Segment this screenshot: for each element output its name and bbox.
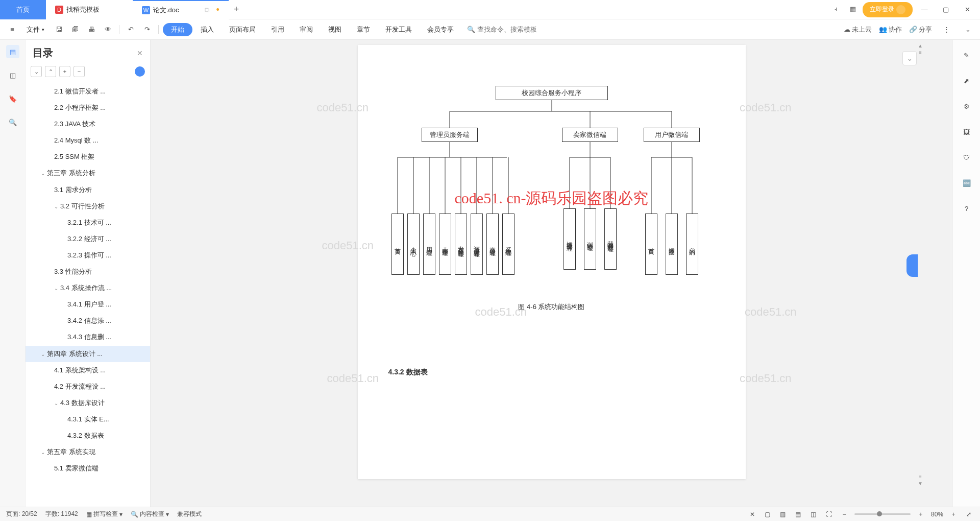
toc-collapse-icon[interactable]: ⌄ — [31, 66, 42, 77]
scroll-down-icon[interactable]: ▼ — [918, 481, 923, 486]
save-as-icon[interactable]: 🗐 — [68, 22, 82, 37]
search-input[interactable] — [477, 26, 549, 33]
zoom-in-icon[interactable]: + — [916, 511, 926, 518]
compat-mode[interactable]: 兼容模式 — [177, 510, 202, 518]
toc-item[interactable]: 4.1 系统架构设 ... — [26, 362, 150, 378]
toc-item[interactable]: 3.2.3 操作可 ... — [26, 247, 150, 264]
image-icon[interactable]: 🖼 — [961, 126, 973, 138]
view-page-icon[interactable]: ▢ — [763, 511, 773, 518]
view-read-icon[interactable]: ◫ — [808, 511, 819, 518]
toc-add-icon[interactable]: + — [59, 66, 70, 77]
toc-item[interactable]: 4.3.2 数据表 — [26, 428, 150, 444]
translate-icon[interactable]: 🔤 — [961, 177, 973, 189]
ribbon-tab[interactable]: 审阅 — [292, 19, 320, 40]
share-button[interactable]: 🔗 分享 — [909, 25, 932, 34]
scroll-up-icon[interactable]: ▲ — [918, 43, 923, 49]
toc-item[interactable]: 2.1 微信开发者 ... — [26, 83, 150, 100]
collab-button[interactable]: 👥 协作 — [879, 25, 902, 34]
toc-item[interactable]: 3.1 需求分析 — [26, 182, 150, 198]
zoom-out-icon[interactable]: − — [839, 511, 849, 518]
panel-toggle-icon[interactable]: ⌄ — [902, 51, 917, 65]
toc-item[interactable]: 2.2 小程序框架 ... — [26, 100, 150, 116]
toc-item[interactable]: ⌄第三章 系统分析 — [26, 165, 150, 181]
add-page-icon[interactable]: + — [948, 511, 959, 518]
minimize-button[interactable]: — — [915, 2, 934, 17]
ai-assistant-button[interactable] — [906, 254, 918, 277]
tab-templates[interactable]: D 找稻壳模板 — [46, 0, 133, 19]
redo-icon[interactable]: ↷ — [140, 22, 154, 37]
zoom-value[interactable]: 80% — [931, 511, 943, 518]
toc-item[interactable]: ⌄3.2 可行性分析 — [26, 198, 150, 215]
toc-list[interactable]: 2.1 微信开发者 ...2.2 小程序框架 ...2.3 JAVA 技术2.4… — [26, 81, 150, 507]
new-tab-button[interactable]: + — [229, 4, 244, 15]
toc-item[interactable]: 4.2 开发流程设 ... — [26, 378, 150, 395]
scroll-grip-icon[interactable]: ≡ — [919, 474, 922, 480]
toc-item[interactable]: ⌄3.4 系统操作流 ... — [26, 280, 150, 296]
zoom-slider[interactable] — [854, 513, 911, 515]
content-check-button[interactable]: 🔍 内容检查 ▾ — [131, 510, 169, 518]
toc-item[interactable]: 4.3.1 实体 E... — [26, 411, 150, 428]
command-search[interactable]: 🔍 — [467, 26, 549, 33]
close-button[interactable]: ✕ — [958, 2, 977, 17]
toc-item[interactable]: 3.4.3 信息删 ... — [26, 329, 150, 345]
tab-home[interactable]: 首页 — [0, 0, 46, 19]
display-icon[interactable]: ⧉ — [205, 6, 209, 14]
ribbon-tab[interactable]: 会员专享 — [420, 19, 461, 40]
bookmark-icon[interactable]: 🔖 — [6, 92, 19, 105]
settings-icon[interactable]: ⚙ — [961, 100, 973, 112]
toc-badge-icon[interactable] — [135, 66, 145, 77]
ribbon-tab[interactable]: 引用 — [264, 19, 291, 40]
structure-icon[interactable]: ◫ — [6, 68, 19, 82]
tab-document[interactable]: W 论文.doc ⧉ • — [133, 0, 229, 19]
more-icon[interactable]: ⋮ — [939, 22, 953, 37]
scroll-grip-icon[interactable]: ≡ — [919, 50, 922, 55]
help-icon[interactable]: ? — [961, 202, 973, 215]
file-menu[interactable]: 文件▾ — [21, 25, 50, 34]
apps-icon[interactable]: ▦ — [845, 2, 861, 16]
expand-icon[interactable]: ⤢ — [964, 511, 974, 518]
ribbon-tab[interactable]: 视图 — [321, 19, 349, 40]
ribbon-tab[interactable]: 开始 — [163, 23, 192, 36]
search-side-icon[interactable]: 🔍 — [6, 115, 19, 129]
toc-item[interactable]: ⌄第四章 系统设计 ... — [26, 346, 150, 362]
maximize-button[interactable]: ▢ — [936, 2, 955, 17]
preview-icon[interactable]: 👁 — [101, 22, 115, 37]
toc-item[interactable]: ⌄4.3 数据库设计 — [26, 395, 150, 411]
toc-item[interactable]: 2.4 Mysql 数 ... — [26, 132, 150, 149]
ribbon-tab[interactable]: 开发工具 — [378, 19, 419, 40]
toc-item[interactable]: 3.2.1 技术可 ... — [26, 215, 150, 231]
toc-item[interactable]: 3.4.2 信息添 ... — [26, 313, 150, 329]
toc-close-icon[interactable]: ✕ — [137, 49, 143, 57]
toc-expand-icon[interactable]: ⌃ — [45, 66, 56, 77]
protect-icon[interactable]: 🛡 — [961, 151, 973, 163]
ribbon-tab[interactable]: 插入 — [193, 19, 221, 40]
document-area[interactable]: code51.cn code51.cn code51.cn code51.cn … — [151, 40, 952, 507]
toc-item[interactable]: 2.5 SSM 框架 — [26, 149, 150, 165]
view-web-icon[interactable]: ▥ — [778, 511, 788, 518]
cloud-status[interactable]: ☁ 未上云 — [844, 25, 872, 34]
ribbon-tab[interactable]: 页面布局 — [222, 19, 263, 40]
save-icon[interactable]: 🖫 — [52, 22, 66, 37]
toc-item[interactable]: 3.4.1 用户登 ... — [26, 296, 150, 313]
select-icon[interactable]: ⬈ — [961, 75, 973, 87]
toc-item[interactable]: 3.3 性能分析 — [26, 264, 150, 280]
zoom-fit-icon[interactable]: ⛶ — [824, 511, 834, 518]
toc-remove-icon[interactable]: − — [74, 66, 85, 77]
outline-icon[interactable]: ▤ — [6, 45, 19, 58]
undo-icon[interactable]: ↶ — [124, 22, 138, 37]
login-button[interactable]: 立即登录 — [863, 2, 913, 17]
collapse-ribbon-icon[interactable]: ⌄ — [961, 22, 975, 37]
toc-item[interactable]: ⌄第五章 系统实现 — [26, 444, 150, 460]
toc-item[interactable]: 3.2.2 经济可 ... — [26, 231, 150, 247]
ribbon-tab[interactable]: 章节 — [350, 19, 377, 40]
layout-icon[interactable]: ⫞ — [828, 2, 843, 16]
print-icon[interactable]: 🖶 — [84, 22, 99, 37]
word-count[interactable]: 字数: 11942 — [45, 510, 78, 518]
view-mode-icon[interactable]: ✕ — [747, 511, 757, 518]
pen-icon[interactable]: ✎ — [961, 49, 973, 61]
toc-item[interactable]: 2.3 JAVA 技术 — [26, 116, 150, 132]
spellcheck-button[interactable]: ▦ 拼写检查 ▾ — [86, 510, 122, 518]
menu-icon[interactable]: ≡ — [5, 22, 19, 37]
view-outline-icon[interactable]: ▤ — [793, 511, 803, 518]
page-indicator[interactable]: 页面: 20/52 — [6, 510, 37, 518]
